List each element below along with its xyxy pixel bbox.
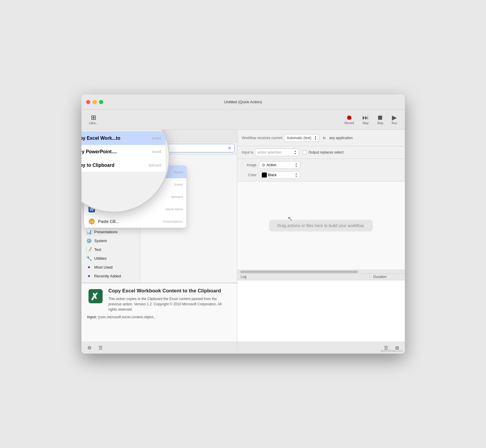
gear-icon-inline: ⚙ xyxy=(262,163,265,167)
image-value: Action xyxy=(267,163,276,167)
step-button[interactable]: ⏭ Step xyxy=(359,113,372,126)
orange-icon: Cli xyxy=(88,218,95,225)
variables-button[interactable]: Variables xyxy=(108,133,128,139)
watermark: www.deuaq.com xyxy=(381,349,402,352)
svg-text:✗: ✗ xyxy=(89,170,93,175)
run-button[interactable]: ▶ Run xyxy=(389,113,400,126)
receives-select[interactable]: Automatic (text) ▲▼ xyxy=(284,134,319,142)
search-dropdown: ✗ Copy Excel Work...to board P xyxy=(84,166,187,228)
lib-var-header: ⊞ A... ▼ Variables xyxy=(81,130,237,142)
sidebar-text-label: Text xyxy=(94,247,101,252)
dropdown-item-1[interactable]: P Copy PowerPoint.... board xyxy=(84,178,186,191)
toolbar: ⊞ Libra... ⏺ Record ⏭ Step ⏹ Stop ▶ Run xyxy=(81,110,405,130)
horizontal-scrollbar[interactable] xyxy=(237,270,405,273)
sidebar-utilities-label: Utilities xyxy=(94,256,107,261)
sidebar-item-recently-added[interactable]: ● Recently Added xyxy=(83,272,139,280)
record-icon: ⏺ xyxy=(346,114,353,121)
title-bar: Untitled (Quick Action) xyxy=(81,94,405,110)
dropdown-item-3[interactable]: W Copy Word Do... utlook Items xyxy=(84,203,186,215)
search-clear-button[interactable]: ✕ xyxy=(228,145,231,151)
output-replaces-checkbox[interactable]: Output replaces select xyxy=(303,150,343,154)
sidebar-item-system[interactable]: ⚙️ System xyxy=(83,236,139,245)
maximize-button[interactable] xyxy=(99,100,103,104)
library-label: Libra... xyxy=(89,121,98,125)
image-param-row: Image ⚙ Action ▲▼ xyxy=(242,161,400,169)
scroll-thumb[interactable] xyxy=(240,271,358,273)
input-chevrons: ▲▼ xyxy=(294,150,296,155)
receives-value: Automatic (text) xyxy=(287,136,311,140)
desc-icon-area: ✗ Copy Excel Workbook Content to the Cli… xyxy=(87,288,231,312)
minimize-button[interactable] xyxy=(93,100,97,104)
dropdown-item-4[interactable]: Cli Paste Clil... Presentations xyxy=(84,215,186,228)
color-swatch xyxy=(262,172,267,178)
log-label: Log xyxy=(237,274,370,280)
input-is-field: Input is entire selection ▲▼ xyxy=(242,149,299,156)
workflow-params: Image ⚙ Action ▲▼ Color Black xyxy=(237,159,405,181)
sidebar-item-text[interactable]: 📝 Text xyxy=(83,245,139,254)
drag-hint: Drag actions or files here to build your… xyxy=(269,220,373,232)
search-area: 🔍 Copy to Clipboard ✕ ✗ Copy Excel Work.… xyxy=(81,142,237,154)
search-icon: 🔍 xyxy=(87,146,92,151)
color-select[interactable]: Black ▲▼ xyxy=(259,171,300,179)
log-header: Log Duration xyxy=(237,273,405,280)
color-param-row: Color Black ▲▼ xyxy=(242,171,400,179)
close-button[interactable] xyxy=(86,100,90,104)
record-label: Record xyxy=(345,121,354,125)
toggle-arrow: ▼ xyxy=(104,134,107,137)
any-application-text: any application xyxy=(329,136,353,140)
most-used-icon: ● xyxy=(86,264,92,270)
input-is-label: Input is xyxy=(242,150,253,154)
search-input[interactable] xyxy=(94,146,226,151)
stop-button[interactable]: ⏹ Stop xyxy=(374,113,386,126)
svg-text:✗: ✗ xyxy=(90,291,98,302)
input-is-value: entire selection xyxy=(258,150,281,154)
svg-text:✂: ✂ xyxy=(89,195,93,199)
utilities-icon: 🔧 xyxy=(86,255,92,261)
image-select[interactable]: ⚙ Action ▲▼ xyxy=(259,161,300,169)
sidebar-system-label: System xyxy=(94,239,107,243)
record-button[interactable]: ⏺ Record xyxy=(342,113,357,126)
image-label: Image xyxy=(242,163,257,167)
svg-text:Cli: Cli xyxy=(90,220,93,224)
left-bottom-bar: ⚙ ☰ xyxy=(81,342,237,354)
library-tab[interactable]: ⊞ A... xyxy=(84,132,100,139)
sidebar-recently-added-label: Recently Added xyxy=(94,274,121,278)
dropdown-label-0: Copy Excel Work...to xyxy=(98,170,136,174)
run-label: Run xyxy=(392,121,397,125)
main-body: ⊞ A... ▼ Variables xyxy=(81,130,405,354)
description-panel: ✗ Copy Excel Workbook Content to the Cli… xyxy=(81,283,237,342)
partial-label-dar: dar xyxy=(143,157,235,164)
right-bottom-bar: ☰ ⊞ www.deuaq.com xyxy=(237,342,405,354)
sidebar-item-utilities[interactable]: 🔧 Utilities xyxy=(83,254,139,263)
library-icon: ⊞ xyxy=(91,114,96,121)
stop-label: Stop xyxy=(377,121,383,125)
gear-button[interactable]: ⚙ xyxy=(85,344,94,352)
files-icon: 📄 xyxy=(86,158,92,164)
list-view-button[interactable]: ☰ xyxy=(96,344,105,352)
sidebar-item-presentations[interactable]: 📊 Presentations xyxy=(83,227,139,236)
sidebar-item-files[interactable]: 📄 Files xyxy=(83,157,139,166)
receives-label: Workflow receives current xyxy=(242,136,283,140)
workflow-canvas: Drag actions or files here to build your… xyxy=(237,181,405,270)
dropdown-item-2[interactable]: ✂ Copy to Clipboard lipboard xyxy=(84,191,186,203)
variables-toggle[interactable]: ▼ xyxy=(104,134,107,137)
svg-text:P: P xyxy=(89,182,92,187)
desc-content: Copy Excel Workbook Content to the Clipb… xyxy=(108,288,231,312)
dropdown-label-3: Copy Word Do... xyxy=(98,207,128,211)
library-button[interactable]: ⊞ Libra... xyxy=(86,113,101,126)
desc-footer: Input: (com.microsoft.excel.content.obje… xyxy=(87,315,231,319)
step-icon: ⏭ xyxy=(362,114,369,121)
excel-icon: ✗ xyxy=(88,169,95,176)
library-tab-label: A... xyxy=(92,134,97,138)
desc-icon-excel: ✗ xyxy=(87,288,104,304)
dropdown-right-1: board xyxy=(174,183,183,186)
output-replaces-label: Output replaces select xyxy=(308,150,343,154)
workflow-header: Workflow receives current Automatic (tex… xyxy=(237,130,405,146)
sidebar-item-most-used[interactable]: ● Most Used xyxy=(83,263,139,272)
input-is-select[interactable]: entire selection ▲▼ xyxy=(255,149,299,156)
dropdown-item-0[interactable]: ✗ Copy Excel Work...to board xyxy=(84,166,186,178)
color-value: Black xyxy=(268,173,277,177)
run-icon: ▶ xyxy=(392,114,397,121)
dropdown-label-2: Copy to Clipboard xyxy=(98,194,131,199)
dropdown-right-2: lipboard xyxy=(171,195,183,199)
